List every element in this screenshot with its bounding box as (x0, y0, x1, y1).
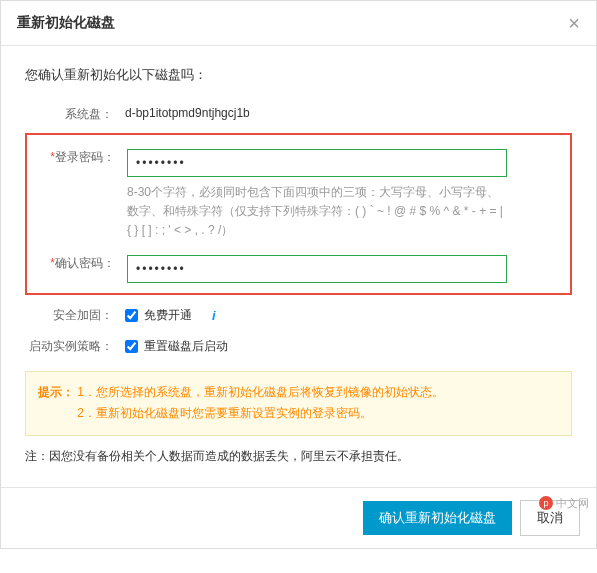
system-disk-value: d-bp1itotpmd9ntjhgcj1b (125, 102, 572, 120)
startup-checkbox-label: 重置磁盘后启动 (144, 338, 228, 355)
security-row: 安全加固： 免费开通 i (25, 303, 572, 324)
modal-title: 重新初始化磁盘 (17, 14, 115, 32)
info-icon[interactable]: i (212, 308, 216, 323)
confirm-password-row: *确认密码： •••••••• (27, 251, 560, 283)
security-label: 安全加固： (25, 303, 125, 324)
modal-header: 重新初始化磁盘 × (1, 1, 596, 46)
startup-policy-row: 启动实例策略： 重置磁盘后启动 (25, 334, 572, 355)
password-hint: 8-30个字符，必须同时包含下面四项中的三项：大写字母、小写字母、数字、和特殊字… (127, 183, 507, 241)
modal-body: 您确认重新初始化以下磁盘吗： 系统盘： d-bp1itotpmd9ntjhgcj… (1, 46, 596, 487)
modal-footer: 确认重新初始化磁盘 取消 (1, 487, 596, 548)
modal-dialog: 重新初始化磁盘 × 您确认重新初始化以下磁盘吗： 系统盘： d-bp1itotp… (0, 0, 597, 549)
security-checkbox-label: 免费开通 (144, 307, 192, 324)
login-password-input[interactable]: •••••••• (127, 149, 507, 177)
startup-checkbox[interactable] (125, 340, 138, 353)
watermark-text: 中文网 (556, 496, 589, 511)
note-text: 注：因您没有备份相关个人数据而造成的数据丢失，阿里云不承担责任。 (25, 448, 572, 465)
watermark: p 中文网 (539, 496, 589, 511)
login-password-label: *登录密码： (27, 145, 127, 166)
system-disk-label: 系统盘： (25, 102, 125, 123)
confirm-password-label: *确认密码： (27, 251, 127, 272)
tip-label: 提示： (38, 385, 74, 399)
tip-box: 提示： 1．您所选择的系统盘，重新初始化磁盘后将恢复到镜像的初始状态。 提示： … (25, 371, 572, 436)
confirm-button[interactable]: 确认重新初始化磁盘 (363, 501, 512, 535)
php-icon: p (539, 496, 553, 510)
login-password-row: *登录密码： •••••••• 8-30个字符，必须同时包含下面四项中的三项：大… (27, 145, 560, 241)
close-icon[interactable]: × (568, 13, 580, 33)
confirm-password-input[interactable]: •••••••• (127, 255, 507, 283)
system-disk-row: 系统盘： d-bp1itotpmd9ntjhgcj1b (25, 102, 572, 123)
startup-policy-label: 启动实例策略： (25, 334, 125, 355)
tip-line-1: 1．您所选择的系统盘，重新初始化磁盘后将恢复到镜像的初始状态。 (77, 385, 444, 399)
confirm-question: 您确认重新初始化以下磁盘吗： (25, 66, 572, 84)
tip-line-2: 2．重新初始化磁盘时您需要重新设置实例的登录密码。 (77, 406, 372, 420)
password-highlight-box: *登录密码： •••••••• 8-30个字符，必须同时包含下面四项中的三项：大… (25, 133, 572, 295)
security-checkbox[interactable] (125, 309, 138, 322)
